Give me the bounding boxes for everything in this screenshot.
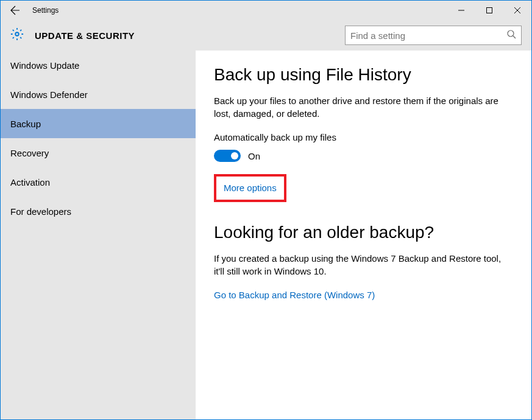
minimize-icon (458, 7, 464, 13)
toggle-knob (231, 152, 238, 159)
section-desc-older: If you created a backup using the Window… (214, 252, 512, 278)
main-panel: Back up using File History Back up your … (196, 51, 531, 420)
backup-restore-link[interactable]: Go to Backup and Restore (Windows 7) (214, 290, 375, 300)
section-title-older: Looking for an older backup? (214, 223, 513, 242)
toggle-row: On (214, 150, 513, 162)
header-title: UPDATE & SECURITY (35, 30, 135, 41)
gear-icon (10, 27, 24, 43)
sidebar-item-for-developers[interactable]: For developers (1, 197, 196, 226)
toggle-description: Automatically back up my files (214, 132, 513, 142)
sidebar-item-recovery[interactable]: Recovery (1, 138, 196, 167)
back-button[interactable] (8, 3, 23, 18)
sidebar-item-windows-update[interactable]: Windows Update (1, 51, 196, 80)
window-title: Settings (32, 6, 59, 15)
section-title-backup: Back up using File History (214, 65, 513, 85)
svg-rect-0 (487, 8, 492, 13)
annotation-highlight: More options (214, 174, 286, 202)
backup-toggle[interactable] (214, 150, 241, 162)
close-icon (514, 7, 520, 13)
window-controls (447, 1, 531, 20)
more-options-link[interactable]: More options (224, 183, 277, 193)
sidebar-item-activation[interactable]: Activation (1, 167, 196, 197)
search-input[interactable] (350, 30, 506, 41)
close-button[interactable] (503, 1, 531, 20)
section-desc-backup: Back up your files to another drive and … (214, 94, 512, 120)
maximize-icon (486, 7, 492, 13)
toggle-state-label: On (248, 151, 260, 161)
back-arrow-icon (10, 5, 20, 15)
svg-point-2 (508, 30, 514, 37)
minimize-button[interactable] (447, 1, 475, 20)
section-older-backup: Looking for an older backup? If you crea… (214, 223, 513, 301)
sidebar-item-backup[interactable]: Backup (1, 109, 196, 138)
sidebar: Windows Update Windows Defender Backup R… (1, 51, 196, 420)
maximize-button[interactable] (475, 1, 503, 20)
sidebar-item-windows-defender[interactable]: Windows Defender (1, 80, 196, 109)
content: Windows Update Windows Defender Backup R… (1, 51, 531, 420)
header: UPDATE & SECURITY (1, 20, 531, 51)
titlebar: Settings (1, 1, 531, 20)
header-left: UPDATE & SECURITY (10, 27, 135, 43)
search-icon (506, 29, 516, 41)
svg-point-1 (15, 32, 19, 36)
titlebar-left: Settings (8, 3, 59, 18)
search-box[interactable] (345, 26, 522, 45)
